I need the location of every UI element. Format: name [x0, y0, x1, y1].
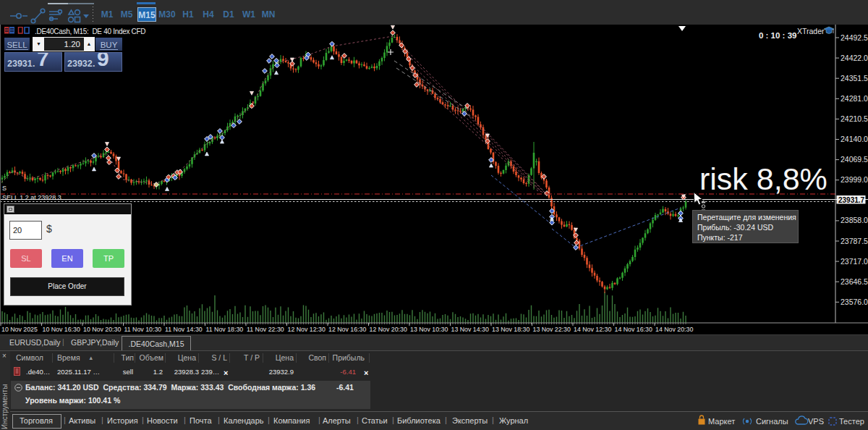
svg-text:S: S — [2, 185, 7, 192]
svg-text:24492.5: 24492.5 — [841, 33, 868, 42]
svg-text:24140.0: 24140.0 — [841, 135, 868, 143]
svg-text:12 Nov 20:30: 12 Nov 20:30 — [370, 326, 407, 333]
svg-text:VPS: VPS — [808, 417, 824, 426]
svg-text:11 Nov 10:30: 11 Nov 10:30 — [124, 326, 162, 333]
svg-text:Маркет: Маркет — [708, 417, 735, 426]
svg-text:0 : 10 : 39: 0 : 10 : 39 — [759, 31, 796, 40]
svg-text:XTrader: XTrader — [797, 27, 825, 35]
svg-text:23576.0: 23576.0 — [841, 298, 868, 306]
svg-text:24069.5: 24069.5 — [841, 155, 868, 164]
svg-text:13 Nov 10:30: 13 Nov 10:30 — [410, 326, 448, 333]
svg-text:13 Nov 22:30: 13 Nov 22:30 — [533, 326, 571, 333]
svg-text:11 Nov 22:30: 11 Nov 22:30 — [247, 326, 284, 333]
svg-text:24351.5: 24351.5 — [841, 74, 868, 83]
svg-text:24210.5: 24210.5 — [841, 114, 868, 123]
svg-text:23646.5: 23646.5 — [841, 277, 868, 286]
svg-text:13 Nov 18:30: 13 Nov 18:30 — [492, 326, 529, 333]
svg-text:23999.0: 23999.0 — [841, 175, 868, 184]
svg-text:12 Nov 12:30: 12 Nov 12:30 — [288, 326, 326, 333]
svg-text:risk 8,8%: risk 8,8% — [699, 161, 827, 196]
svg-text:SELL 1.2 at 23928.3: SELL 1.2 at 23928.3 — [2, 194, 61, 201]
svg-text:10 Nov 16:30: 10 Nov 16:30 — [43, 326, 80, 333]
svg-text:Сигналы: Сигналы — [756, 417, 788, 426]
svg-text:12 Nov 16:30: 12 Nov 16:30 — [328, 326, 366, 333]
svg-text:23931.7: 23931.7 — [838, 196, 865, 204]
svg-text:10 Nov 2025: 10 Nov 2025 — [1, 326, 38, 333]
svg-text:14 Nov 20:30: 14 Nov 20:30 — [655, 326, 693, 333]
svg-text:24281.0: 24281.0 — [841, 94, 868, 103]
svg-text:23787.5: 23787.5 — [841, 237, 868, 245]
svg-text:11 Nov 14:30: 11 Nov 14:30 — [165, 326, 203, 333]
svg-text:23858.0: 23858.0 — [841, 216, 868, 224]
svg-text:24422.0: 24422.0 — [841, 54, 868, 62]
svg-text:23717.0: 23717.0 — [841, 257, 868, 266]
svg-text:14 Nov 12:30: 14 Nov 12:30 — [574, 326, 611, 333]
svg-text:Тестер: Тестер — [839, 417, 864, 426]
svg-text:13 Nov 14:30: 13 Nov 14:30 — [451, 326, 489, 333]
svg-text:14 Nov 16:30: 14 Nov 16:30 — [615, 326, 652, 333]
svg-text:10 Nov 20:30: 10 Nov 20:30 — [83, 326, 121, 333]
svg-text:11 Nov 18:30: 11 Nov 18:30 — [206, 326, 244, 333]
